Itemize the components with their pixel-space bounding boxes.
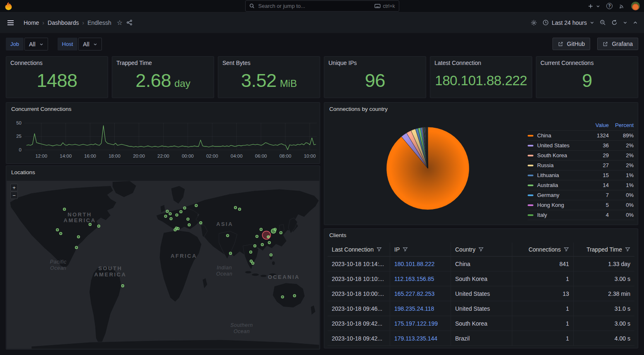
map-location-dot[interactable] xyxy=(56,228,59,231)
map-location-dot[interactable] xyxy=(293,295,296,297)
map-location-dot[interactable] xyxy=(267,236,269,238)
dashboard-settings-gear-icon[interactable] xyxy=(531,19,537,26)
panel-title[interactable]: Clients xyxy=(329,232,346,238)
map-location-dot[interactable] xyxy=(63,208,66,211)
pie-chart[interactable] xyxy=(328,114,528,222)
panel-title[interactable]: Locations xyxy=(11,169,35,175)
search-input[interactable] xyxy=(258,2,372,10)
grafana-logo[interactable] xyxy=(4,2,13,10)
filter-funnel-icon[interactable] xyxy=(403,247,408,252)
map-location-dot[interactable] xyxy=(270,254,272,256)
job-variable-dropdown[interactable]: All xyxy=(24,38,48,50)
ip-link[interactable]: 198.235.24.118 xyxy=(394,305,434,312)
map-location-dot[interactable] xyxy=(183,207,186,209)
map-location-dot[interactable] xyxy=(166,210,169,213)
map-highlight-circle[interactable] xyxy=(262,231,270,239)
map-location-dot[interactable] xyxy=(256,235,258,237)
column-header-connections[interactable]: Connections xyxy=(512,242,574,257)
time-range-picker[interactable]: Last 24 hours xyxy=(543,19,594,26)
column-header-trapped-time[interactable]: Trapped Time xyxy=(574,242,634,257)
mega-menu-toggle[interactable] xyxy=(6,19,15,26)
map-location-dot[interactable] xyxy=(176,214,178,216)
ip-link[interactable]: 179.113.235.144 xyxy=(394,335,437,342)
map-location-dot-cluster[interactable] xyxy=(271,229,276,233)
legend-column-percent[interactable]: Percent xyxy=(610,122,634,128)
map-location-dot[interactable] xyxy=(180,211,182,213)
map-zoom-out-button[interactable]: − xyxy=(10,192,18,199)
map-location-dot[interactable] xyxy=(187,218,189,221)
panel-title[interactable]: Concurrent Connections xyxy=(11,106,72,112)
favorite-star-icon[interactable]: ☆ xyxy=(117,19,123,26)
filter-funnel-icon[interactable] xyxy=(564,247,569,252)
user-avatar[interactable] xyxy=(631,2,640,10)
legend-label-hong-kong[interactable]: Hong Kong xyxy=(528,202,588,208)
host-variable-dropdown[interactable]: All xyxy=(78,38,102,50)
ip-link[interactable]: 180.101.88.222 xyxy=(394,261,434,267)
column-header-last-connection[interactable]: Last Connection xyxy=(328,242,390,257)
map-location-dot[interactable] xyxy=(253,245,256,247)
map-location-dot[interactable] xyxy=(229,252,232,254)
share-icon[interactable] xyxy=(126,19,133,26)
world-map[interactable]: NORTHAMERICAASIAAFRICASOUTHAMERICAOCEANI… xyxy=(7,181,319,349)
help-icon[interactable]: ? xyxy=(606,3,613,9)
legend-label-russia[interactable]: Russia xyxy=(528,162,588,168)
map-location-dot[interactable] xyxy=(239,208,241,211)
legend-label-south-korea[interactable]: South Korea xyxy=(528,152,588,158)
breadcrumb-home[interactable]: Home xyxy=(24,19,39,26)
new-item-button[interactable] xyxy=(588,3,593,9)
map-location-dot[interactable] xyxy=(164,215,167,218)
map-location-dot[interactable] xyxy=(281,296,284,298)
refresh-icon[interactable] xyxy=(611,19,617,26)
map-location-dot[interactable] xyxy=(169,213,171,215)
map-location-dot[interactable] xyxy=(200,222,202,224)
ip-link[interactable]: 165.227.82.253 xyxy=(394,290,434,297)
legend-row: Germany70% xyxy=(528,190,634,200)
legend-label-lithuania[interactable]: Lithuania xyxy=(528,172,588,178)
panel-title[interactable]: Connections by country xyxy=(329,106,388,112)
map-location-dot[interactable] xyxy=(188,223,191,226)
kiosk-caret-up-icon[interactable] xyxy=(633,20,638,25)
legend-label-united-states[interactable]: United States xyxy=(528,142,588,149)
filter-funnel-icon[interactable] xyxy=(625,247,630,252)
map-location-dot[interactable] xyxy=(234,206,237,209)
map-zoom-in-button[interactable]: + xyxy=(10,184,18,191)
legend-label-australia[interactable]: Australia xyxy=(528,182,588,188)
map-location-dot[interactable] xyxy=(280,231,282,234)
map-location-dot[interactable] xyxy=(170,218,172,220)
legend-label-italy[interactable]: Italy xyxy=(528,212,588,218)
column-header-ip[interactable]: IP xyxy=(390,242,451,257)
global-search[interactable]: ctrl+k xyxy=(245,0,399,12)
map-location-dot[interactable] xyxy=(121,285,124,287)
legend-label-germany[interactable]: Germany xyxy=(528,192,588,198)
map-location-dot[interactable] xyxy=(268,241,270,244)
breadcrumb-dashboards[interactable]: Dashboards xyxy=(48,19,79,26)
filter-funnel-icon[interactable] xyxy=(376,247,382,252)
map-location-dot[interactable] xyxy=(249,251,252,253)
map-location-dot[interactable] xyxy=(75,246,78,249)
map-location-dot[interactable] xyxy=(195,204,198,207)
github-link-button[interactable]: GitHub xyxy=(552,38,591,50)
legend-label-china[interactable]: China xyxy=(528,132,588,139)
news-rss-icon[interactable] xyxy=(619,3,625,9)
cell-ip: 175.197.122.199 xyxy=(390,316,451,331)
legend-label-india[interactable]: India xyxy=(528,222,588,222)
ip-link[interactable]: 175.197.122.199 xyxy=(394,320,438,327)
map-location-dot[interactable] xyxy=(77,235,80,238)
map-location-dot[interactable] xyxy=(174,228,176,231)
map-location-dot[interactable] xyxy=(177,227,179,230)
map-location-dot[interactable] xyxy=(251,262,254,264)
map-location-dot[interactable] xyxy=(97,225,100,227)
map-location-dot[interactable] xyxy=(60,232,62,235)
grafana-link-button[interactable]: Grafana xyxy=(597,38,638,50)
new-item-chevron-icon[interactable] xyxy=(596,4,600,8)
filter-funnel-icon[interactable] xyxy=(478,247,484,252)
ip-link[interactable]: 112.163.156.85 xyxy=(394,276,434,282)
map-location-dot[interactable] xyxy=(227,234,229,237)
refresh-interval-chevron-icon[interactable] xyxy=(623,20,627,25)
column-header-country[interactable]: Country xyxy=(451,242,512,257)
map-location-dot[interactable] xyxy=(261,243,263,246)
legend-column-value[interactable]: Value xyxy=(588,122,610,128)
map-location-dot[interactable] xyxy=(89,223,91,225)
map-location-dot[interactable] xyxy=(260,228,262,230)
zoom-out-icon[interactable] xyxy=(600,19,606,26)
